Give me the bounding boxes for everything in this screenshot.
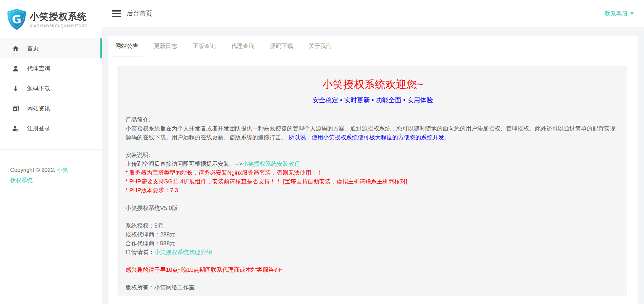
brand-subtitle: XIAOXIAOSHOUQUANXITONG <box>30 24 87 28</box>
announcement-text: * 服务器为宝塔类型的站长，请务必安装Nginx服务器套装，否则无法使用！！ <box>125 169 323 176</box>
announcement-link[interactable]: 小笑授权系统安装教程 <box>242 161 300 167</box>
announcement-subtitle: 安全稳定 • 实时更新 • 功能全面 • 实用体验 <box>125 96 620 105</box>
announcement-text: 系统授权：5元 <box>125 222 163 229</box>
person-gear-icon <box>12 125 20 133</box>
announcement-text: 小笑授权系统V5.0版 <box>125 205 178 211</box>
announcement-line <box>125 213 620 221</box>
announcement-line: 产品简介: <box>125 115 620 124</box>
announcement-line: 详情请看：小笑授权系统代理介绍 <box>125 248 620 257</box>
sidebar-item-site-news[interactable]: 网站资讯 <box>0 99 102 119</box>
announcement-body: 产品简介:小笑授权系统旨在为个人开发者或者开发团队提供一种高效便捷的管理个人源码… <box>125 115 620 292</box>
announcement-line: 安装说明: <box>125 151 620 160</box>
announcement-link[interactable]: 小笑授权系统代理介绍 <box>154 249 212 255</box>
announcement-text: 详情请看： <box>125 249 154 255</box>
announcement-line <box>125 195 620 204</box>
tab-changelog[interactable]: 更新日志 <box>150 36 181 56</box>
announcement-text: 合作代理商：588元 <box>125 240 175 247</box>
announcement-line: 上传到空间后直接访问即可根据提示安装。-->小笑授权系统安装教程 <box>125 160 620 168</box>
sidebar-item-register-login[interactable]: 注册登录 <box>0 119 102 139</box>
news-icon <box>12 105 20 113</box>
tab-genuine-query[interactable]: 正版查询 <box>189 36 219 56</box>
announcement-line <box>125 142 620 151</box>
sidebar-item-label: 源码下载 <box>27 85 50 92</box>
contact-support-label: 联系客服 <box>605 10 628 18</box>
tab-bar: 网站公告 更新日志 正版查询 代理查询 源码下载 关于我们 <box>112 36 635 56</box>
sidebar-item-label: 代理查询 <box>27 65 50 72</box>
announcement-line: * PHP版本要求：7.3 <box>125 186 620 195</box>
sidebar-item-label: 首页 <box>27 44 39 52</box>
brand-shield-icon: G <box>7 8 26 30</box>
sidebar-menu: 首页 代理查询 源码下载 网站资讯 <box>0 38 102 139</box>
sidebar: G 小笑授权系统 XIAOXIAOSHOUQUANXITONG 首页 代理查询 … <box>0 0 102 304</box>
announcement-text: 安装说明: <box>125 152 150 158</box>
announcement-text: * PHP需要支持SG11.4扩展组件，安装前请核查是否支持！！ [宝塔支持自助… <box>125 178 407 185</box>
tab-site-announcement[interactable]: 网站公告 <box>112 36 142 56</box>
download-icon <box>12 85 20 93</box>
sidebar-item-agent-query[interactable]: 代理查询 <box>0 58 102 78</box>
announcement-text: 感兴趣的请于早10点~晚10点期间联系代理商或本站客服咨询~ <box>125 267 284 273</box>
announcement-text: 上传到空间后直接访问即可根据提示安装。--> <box>125 161 242 167</box>
announcement-line: * PHP需要支持SG11.4扩展组件，安装前请核查是否支持！！ [宝塔支持自助… <box>125 177 620 186</box>
hamburger-menu-icon[interactable] <box>112 10 121 17</box>
announcement-text: 产品简介: <box>125 117 150 123</box>
main-card: 网站公告 更新日志 正版查询 代理查询 源码下载 关于我们 小笑授权系统欢迎您~… <box>109 36 638 304</box>
announcement-line: 授权代理商：288元 <box>125 230 620 239</box>
announcement-line <box>125 274 620 283</box>
announcement-line: 系统授权：5元 <box>125 221 620 230</box>
contact-support-dropdown[interactable]: 联系客服 <box>605 10 634 18</box>
sidebar-item-label: 网站资讯 <box>27 105 50 112</box>
copyright: Copyright © 2022. 小笑授权系统 <box>0 150 83 185</box>
sidebar-item-source-download[interactable]: 源码下载 <box>0 78 102 99</box>
home-icon <box>12 44 20 53</box>
brand-title: 小笑授权系统 <box>30 11 87 23</box>
logo[interactable]: G 小笑授权系统 XIAOXIAOSHOUQUANXITONG <box>0 0 102 38</box>
sidebar-item-home[interactable]: 首页 <box>0 38 102 58</box>
announcement-line: 小笑授权系统旨在为个人开发者或者开发团队提供一种高效便捷的管理个人源码的方案。通… <box>125 124 620 142</box>
person-icon <box>12 65 20 73</box>
topbar: 后台首页 联系客服 <box>102 0 644 27</box>
announcement-title: 小笑授权系统欢迎您~ <box>125 77 620 92</box>
chevron-down-icon <box>630 12 634 15</box>
announcement-line: 感兴趣的请于早10点~晚10点期间联系代理商或本站客服咨询~ <box>125 266 620 274</box>
page-title: 后台首页 <box>126 9 152 18</box>
tab-agent-query[interactable]: 代理查询 <box>228 36 258 56</box>
announcement-line: * 服务器为宝塔类型的站长，请务必安装Nginx服务器套装，否则无法使用！！ <box>125 168 620 177</box>
announcement-line <box>125 257 620 266</box>
copyright-text: Copyright © 2022. <box>10 167 57 173</box>
announcement-line: 版权所有：小笑网络工作室 <box>125 283 620 292</box>
announcement-line: 小笑授权系统V5.0版 <box>125 204 620 213</box>
tab-about-us[interactable]: 关于我们 <box>305 36 335 56</box>
svg-text:G: G <box>12 13 21 26</box>
announcement-text: 授权代理商：288元 <box>125 231 175 238</box>
announcement-text: 所以说，使用小笑授权系统便可极大程度的方便您的系统开发。 <box>287 134 450 141</box>
tab-source-download[interactable]: 源码下载 <box>266 36 297 56</box>
announcement-line: 合作代理商：588元 <box>125 239 620 248</box>
announcement-panel: 小笑授权系统欢迎您~ 安全稳定 • 实时更新 • 功能全面 • 实用体验 产品简… <box>118 66 627 296</box>
announcement-text: * PHP版本要求：7.3 <box>125 187 178 194</box>
sidebar-item-label: 注册登录 <box>27 125 50 132</box>
announcement-text: 版权所有：小笑网络工作室 <box>125 284 195 291</box>
